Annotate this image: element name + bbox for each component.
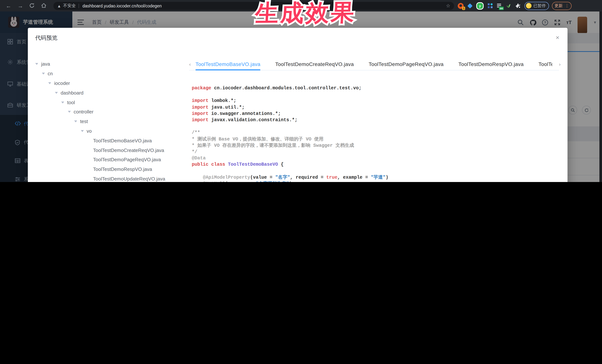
home-icon[interactable]	[41, 2, 47, 9]
code-line: import io.swagger.annotations.*;	[192, 111, 559, 117]
tree-folder-node[interactable]: vo	[35, 126, 191, 136]
extension-tampermonkey-icon[interactable]: on	[496, 3, 502, 9]
code-line: */	[192, 149, 559, 155]
tree-folder-node[interactable]: dashboard	[35, 88, 191, 98]
tree-folder-node[interactable]: test	[35, 117, 191, 126]
code-line: * 如果子 VO 存在差异的字段，请不要添加到这里，影响 Swagger 文档生…	[192, 143, 559, 149]
tabs-scroll-right-icon[interactable]: ›	[559, 63, 563, 66]
extension-leaf-icon[interactable]	[505, 3, 512, 9]
code-viewer[interactable]: package cn.iocoder.dashboard.modules.too…	[192, 85, 559, 182]
tree-folder-node[interactable]: java	[35, 59, 191, 69]
tree-node-label: ToolTestDemoCreateReqVO.java	[93, 147, 164, 153]
omnibox-divider	[79, 3, 79, 8]
tree-node-label: test	[80, 119, 88, 124]
caret-down-icon[interactable]	[81, 130, 84, 132]
extension-on-badge: on	[499, 7, 504, 10]
browser-menu-icon[interactable]: ⋮	[565, 3, 569, 8]
extensions-puzzle-icon[interactable]	[515, 3, 521, 9]
code-line: import javax.validation.constraints.*;	[192, 117, 559, 124]
not-secure-label: 不安全	[63, 3, 76, 9]
extension-gem-icon[interactable]	[467, 3, 473, 9]
code-line	[192, 92, 559, 98]
code-line: @ApiModelProperty(value = "名字", required…	[192, 174, 559, 181]
screenshot-stage: ← → ▲ 不安全 dashboard.yudao.iocoder.cn/too…	[0, 0, 602, 182]
code-line: @NotNull(message = "名字不能为空")	[192, 181, 559, 182]
tree-folder-node[interactable]: controller	[35, 107, 191, 117]
tree-node-label: iocoder	[54, 80, 70, 86]
code-preview-dialog: 代码预览 × javacniocoderdashboardtoolcontrol…	[28, 28, 568, 182]
tree-file-node[interactable]: ToolTestDemoUpdateReqVO.java	[35, 174, 191, 182]
tree-file-node[interactable]: ToolTestDemoCreateReqVO.java	[35, 145, 191, 155]
tree-node-label: ToolTestDemoUpdateReqVO.java	[93, 176, 165, 182]
tree-file-node[interactable]: ToolTestDemoRespVO.java	[35, 165, 191, 174]
code-line: import lombok.*;	[192, 98, 559, 104]
tree-node-label: cn	[48, 71, 53, 76]
caret-down-icon[interactable]	[55, 92, 58, 94]
extension-green-icon[interactable]: y	[476, 2, 484, 10]
paused-extension-button[interactable]: 已暂停	[525, 2, 549, 10]
extension-orange-icon[interactable]: 1	[458, 3, 464, 9]
paused-label: 已暂停	[533, 3, 546, 9]
annotation-text: 生成效果	[254, 0, 357, 29]
tree-node-label: controller	[74, 109, 94, 115]
code-line: /**	[192, 130, 559, 136]
back-icon[interactable]: ←	[5, 2, 12, 9]
tree-node-label: ToolTestDemoBaseVO.java	[93, 138, 152, 144]
bookmark-star-icon[interactable]: ☆	[446, 3, 450, 9]
extensions-row: 1 y on	[458, 2, 521, 10]
emoji-face-icon	[526, 3, 532, 9]
code-line: * 测试示例 Base VO，提供给添加、修改、详细的子 VO 使用	[192, 136, 559, 143]
url-text[interactable]: dashboard.yudao.iocoder.cn/tool/codegen	[83, 3, 162, 8]
tree-folder-node[interactable]: iocoder	[35, 78, 191, 88]
code-file-tab[interactable]: ToolTestDemoUpdateReqVO.java	[538, 61, 552, 70]
update-label: 更新	[555, 3, 563, 9]
tree-file-node[interactable]: ToolTestDemoPageReqVO.java	[35, 155, 191, 165]
tree-folder-node[interactable]: cn	[35, 69, 191, 79]
address-bar[interactable]: ▲ 不安全 dashboard.yudao.iocoder.cn/tool/co…	[54, 2, 454, 10]
code-line: import java.util.*;	[192, 104, 559, 111]
close-icon[interactable]: ×	[556, 34, 559, 41]
caret-down-icon[interactable]	[48, 82, 51, 84]
reload-icon[interactable]	[29, 2, 36, 9]
code-file-tab[interactable]: ToolTestDemoPageReqVO.java	[369, 61, 444, 70]
tree-file-node[interactable]: ToolTestDemoBaseVO.java	[35, 136, 191, 146]
code-line	[192, 168, 559, 174]
forward-icon[interactable]: →	[17, 2, 24, 9]
code-line	[192, 124, 559, 130]
code-file-tab[interactable]: ToolTestDemoRespVO.java	[458, 61, 524, 70]
tabs-scroll-left-icon[interactable]: ‹	[189, 63, 193, 66]
extension-grid-icon[interactable]	[487, 3, 493, 9]
caret-down-icon[interactable]	[35, 63, 38, 65]
chrome-update-button[interactable]: 更新 ⋮	[552, 2, 572, 10]
tree-node-label: ToolTestDemoRespVO.java	[93, 166, 152, 172]
code-line: @Data	[192, 155, 559, 162]
extension-badge: 1	[462, 7, 465, 10]
caret-down-icon[interactable]	[74, 120, 77, 122]
tree-node-label: vo	[86, 128, 92, 134]
tree-node-label: tool	[67, 100, 75, 105]
code-file-tab[interactable]: ToolTestDemoBaseVO.java	[195, 61, 260, 70]
file-tree: javacniocoderdashboardtoolcontrollertest…	[35, 59, 191, 182]
caret-down-icon[interactable]	[42, 73, 45, 74]
caret-down-icon[interactable]	[61, 101, 64, 103]
code-line: public class ToolTestDemoBaseVO {	[192, 162, 559, 168]
code-line: package cn.iocoder.dashboard.modules.too…	[192, 85, 559, 92]
dialog-title: 代码预览	[35, 34, 57, 42]
code-file-tab[interactable]: ToolTestDemoCreateReqVO.java	[275, 61, 354, 70]
not-secure-warning-icon: ▲	[57, 3, 61, 8]
tree-node-label: java	[41, 61, 50, 67]
tree-node-label: dashboard	[61, 90, 84, 96]
tree-node-label: ToolTestDemoPageReqVO.java	[93, 157, 161, 163]
scrollbar[interactable]	[599, 11, 602, 182]
file-tabs: ToolTestDemoBaseVO.javaToolTestDemoCreat…	[195, 61, 552, 71]
caret-down-icon[interactable]	[68, 111, 71, 113]
tree-folder-node[interactable]: tool	[35, 97, 191, 107]
